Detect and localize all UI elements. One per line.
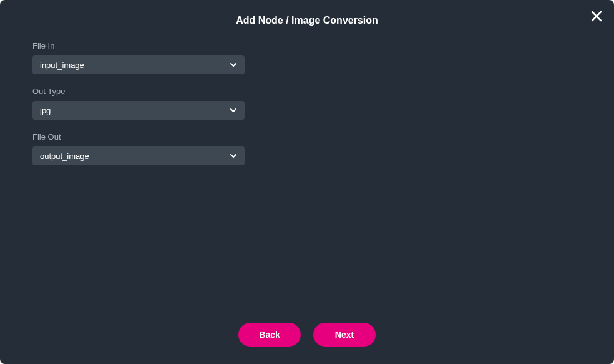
field-file-out: File Out output_image xyxy=(32,132,614,165)
form-area: File In input_image Out Type jpg xyxy=(0,41,614,165)
file-out-label: File Out xyxy=(32,132,614,141)
out-type-label: Out Type xyxy=(32,87,614,96)
dialog-title: Add Node / Image Conversion xyxy=(0,0,614,41)
out-type-select[interactable]: jpg xyxy=(32,101,245,120)
close-icon xyxy=(591,11,602,24)
file-out-select[interactable]: output_image xyxy=(32,146,245,165)
back-button[interactable]: Back xyxy=(238,323,301,347)
file-out-select-wrapper: output_image xyxy=(32,146,245,165)
field-file-in: File In input_image xyxy=(32,41,614,74)
out-type-select-wrapper: jpg xyxy=(32,101,245,120)
dialog-footer: Back Next xyxy=(0,323,614,347)
next-button[interactable]: Next xyxy=(313,323,376,347)
close-button[interactable] xyxy=(590,11,603,24)
file-in-select[interactable]: input_image xyxy=(32,55,245,74)
file-in-label: File In xyxy=(32,41,614,50)
file-in-select-wrapper: input_image xyxy=(32,55,245,74)
field-out-type: Out Type jpg xyxy=(32,87,614,120)
add-node-dialog: Add Node / Image Conversion File In inpu… xyxy=(0,0,614,364)
